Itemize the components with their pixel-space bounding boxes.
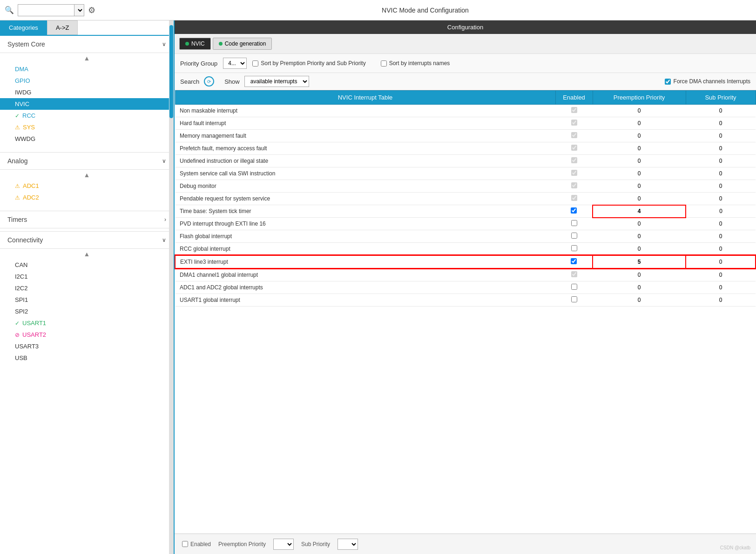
sub-cell[interactable]: 0 [686,218,756,230]
sub-cell[interactable]: 0 [686,167,756,180]
preemption-cell[interactable]: 0 [593,230,686,243]
preemption-cell[interactable]: 0 [593,117,686,130]
sort-names-checkbox[interactable]: Sort by interrupts names [381,60,450,67]
enabled-cell[interactable] [555,105,593,117]
sidebar-item-dma[interactable]: DMA [0,63,174,75]
enabled-cell[interactable] [555,294,593,307]
sidebar-scrollbar-thumb[interactable] [169,25,173,118]
sidebar-item-spi2[interactable]: SPI2 [0,306,174,317]
search-circle-button[interactable]: ⟳ [204,76,214,87]
sidebar-item-iwdg[interactable]: IWDG [0,87,174,98]
enabled-cell[interactable] [555,117,593,130]
sidebar-item-adc2[interactable]: ⚠ ADC2 [0,192,174,203]
table-row[interactable]: Prefetch fault, memory access fault 0 0 [175,142,756,155]
sub-cell[interactable]: 0 [686,281,756,294]
table-row[interactable]: Hard fault interrupt 0 0 [175,117,756,130]
sub-cell[interactable]: 0 [686,294,756,307]
show-select[interactable]: available interrupts [244,76,309,87]
top-search-input[interactable] [18,6,74,14]
table-row[interactable]: Time base: System tick timer 4 0 [175,205,756,218]
scroll-up-arrow-conn[interactable]: ▲ [0,249,174,259]
bottom-enabled-input[interactable] [182,541,188,547]
sidebar-item-rcc[interactable]: ✓ RCC [0,110,174,121]
preemption-cell[interactable]: 0 [593,180,686,193]
enabled-cell[interactable] [555,281,593,294]
tab-code-generation[interactable]: Code generation [213,38,272,50]
sub-cell[interactable]: 0 [686,130,756,142]
sidebar-item-can[interactable]: CAN [0,259,174,271]
sidebar-scrollbar[interactable] [169,20,174,554]
table-row[interactable]: Undefined instruction or illegal state 0… [175,155,756,167]
preemption-cell[interactable]: 0 [593,218,686,230]
sidebar-item-nvic[interactable]: NVIC [0,98,174,110]
section-timers-header[interactable]: Timers › [0,211,174,228]
sidebar-item-usart1[interactable]: ✓ USART1 [0,317,174,329]
sort-names-input[interactable] [381,60,387,67]
table-row[interactable]: Debug monitor 0 0 [175,180,756,193]
priority-group-select[interactable]: 4... [223,58,247,69]
preemption-cell[interactable]: 0 [593,142,686,155]
sub-cell[interactable]: 0 [686,243,756,256]
enabled-cell[interactable] [555,180,593,193]
table-row[interactable]: System service call via SWI instruction … [175,167,756,180]
preemption-cell[interactable]: 0 [593,155,686,167]
preemption-cell[interactable]: 0 [593,130,686,142]
scroll-up-arrow[interactable]: ▲ [0,53,174,63]
sub-cell[interactable]: 0 [686,142,756,155]
sub-cell[interactable]: 0 [686,230,756,243]
preemption-cell[interactable]: 0 [593,193,686,205]
sidebar-item-spi1[interactable]: SPI1 [0,294,174,306]
enabled-cell[interactable] [555,130,593,142]
preemption-cell[interactable]: 0 [593,105,686,117]
top-search-dropdown[interactable] [74,5,84,16]
sidebar-item-sys[interactable]: ⚠ SYS [0,121,174,133]
preemption-cell[interactable]: 0 [593,281,686,294]
enabled-cell[interactable] [555,218,593,230]
tab-categories[interactable]: Categories [0,20,47,35]
bottom-sub-select[interactable] [338,539,358,550]
sidebar-item-usart2[interactable]: ⊘ USART2 [0,329,174,340]
section-connectivity-header[interactable]: Connectivity ∨ [0,231,174,249]
preemption-cell[interactable]: 0 [593,268,686,281]
sidebar-item-i2c2[interactable]: I2C2 [0,282,174,294]
enabled-cell[interactable] [555,205,593,218]
enabled-cell[interactable] [555,142,593,155]
preemption-cell[interactable]: 0 [593,294,686,307]
enabled-cell[interactable] [555,268,593,281]
table-row[interactable]: Flash global interrupt 0 0 [175,230,756,243]
sub-cell[interactable]: 0 [686,155,756,167]
table-row[interactable]: DMA1 channel1 global interrupt 0 0 [175,268,756,281]
sub-cell[interactable]: 0 [686,105,756,117]
enabled-cell[interactable] [555,167,593,180]
force-dma-input[interactable] [665,79,671,85]
preemption-cell[interactable]: 0 [593,243,686,256]
sub-cell[interactable]: 0 [686,255,756,268]
sidebar-item-wwdg[interactable]: WWDG [0,133,174,145]
table-row-highlighted[interactable]: EXTI line3 interrupt 5 0 [175,255,756,268]
scroll-up-arrow-analog[interactable]: ▲ [0,170,174,180]
table-row[interactable]: Pendable request for system service 0 0 [175,193,756,205]
bottom-preemption-select[interactable] [273,539,294,550]
preemption-cell-highlighted[interactable]: 4 [593,205,686,218]
sort-premption-input[interactable] [252,60,258,67]
table-row[interactable]: RCC global interrupt 0 0 [175,243,756,256]
preemption-cell[interactable]: 0 [593,167,686,180]
sub-cell[interactable]: 0 [686,205,756,218]
sidebar-item-i2c1[interactable]: I2C1 [0,271,174,282]
enabled-cell[interactable] [555,193,593,205]
enabled-cell[interactable] [555,243,593,256]
sidebar-item-gpio[interactable]: GPIO [0,75,174,87]
sub-cell[interactable]: 0 [686,180,756,193]
table-row[interactable]: Memory management fault 0 0 [175,130,756,142]
tab-atoz[interactable]: A->Z [47,20,78,35]
section-system-core-header[interactable]: System Core ∨ [0,36,174,53]
sort-premption-checkbox[interactable]: Sort by Premption Priority and Sub Prior… [252,60,365,67]
preemption-cell-highlighted2[interactable]: 5 [593,255,686,268]
sidebar-item-adc1[interactable]: ⚠ ADC1 [0,180,174,192]
sub-cell[interactable]: 0 [686,117,756,130]
sub-cell[interactable]: 0 [686,193,756,205]
table-row[interactable]: USART1 global interrupt 0 0 [175,294,756,307]
tab-nvic[interactable]: NVIC [179,38,211,50]
table-row[interactable]: ADC1 and ADC2 global interrupts 0 0 [175,281,756,294]
section-analog-header[interactable]: Analog ∨ [0,152,174,170]
